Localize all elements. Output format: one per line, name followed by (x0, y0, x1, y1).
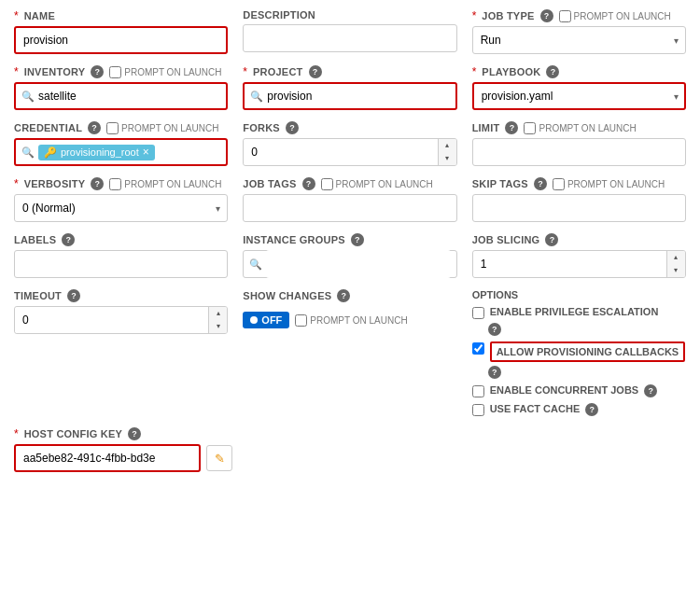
credential-label: CREDENTIAL (14, 122, 82, 133)
playbook-help-icon[interactable]: ? (546, 65, 559, 78)
job-slicing-help-icon[interactable]: ? (545, 233, 558, 246)
verbosity-prompt-checkbox[interactable] (109, 178, 121, 190)
job-slicing-up-button[interactable]: ▴ (667, 251, 685, 264)
job-slicing-down-button[interactable]: ▾ (667, 264, 685, 277)
inventory-input[interactable] (38, 84, 220, 108)
show-changes-label: SHOW CHANGES (243, 290, 331, 301)
playbook-select-wrapper: provision.yaml ▾ (472, 82, 686, 110)
description-label-row: DESCRIPTION (243, 9, 456, 21)
use-fact-cache-label: USE FACT CACHE (490, 403, 581, 414)
host-config-key-label-row: * HOST CONFIG KEY ? (14, 427, 686, 440)
allow-provisioning-callbacks-label: ALLOW PROVISIONING CALLBACKS (497, 346, 679, 357)
instance-groups-label: INSTANCE GROUPS (243, 234, 344, 245)
credential-help-icon[interactable]: ? (88, 121, 101, 134)
limit-field-group: LIMIT ? PROMPT ON LAUNCH (472, 121, 686, 166)
description-field-group: DESCRIPTION (243, 9, 456, 54)
show-changes-prompt-checkbox[interactable] (295, 314, 307, 327)
job-type-select[interactable]: Run Check (472, 26, 686, 54)
skip-tags-help-icon[interactable]: ? (534, 177, 547, 190)
limit-prompt-checkbox[interactable] (524, 122, 536, 134)
fact-cache-help-icon[interactable]: ? (585, 403, 598, 416)
project-help-icon[interactable]: ? (309, 65, 322, 78)
credential-prompt-checkbox[interactable] (106, 122, 119, 134)
allow-provisioning-callbacks-checkbox[interactable] (472, 342, 484, 355)
host-config-key-input[interactable] (14, 444, 201, 472)
name-input[interactable] (14, 26, 228, 54)
timeout-help-icon[interactable]: ? (67, 289, 80, 302)
credential-tag-value: provisioning_root (61, 146, 139, 158)
playbook-select[interactable]: provision.yaml (472, 82, 686, 110)
job-type-label-row: * JOB TYPE ? PROMPT ON LAUNCH (472, 9, 686, 22)
instance-groups-input[interactable] (266, 250, 450, 278)
show-changes-help-icon[interactable]: ? (337, 289, 350, 302)
job-slicing-input[interactable] (473, 251, 666, 277)
labels-input[interactable] (14, 250, 228, 278)
enable-concurrent-jobs-checkbox[interactable] (472, 385, 484, 397)
timeout-up-button[interactable]: ▴ (209, 307, 227, 320)
privilege-escalation-help-icon[interactable]: ? (488, 323, 501, 336)
description-input[interactable] (243, 24, 456, 52)
limit-label: LIMIT (472, 122, 500, 133)
timeout-down-button[interactable]: ▾ (209, 320, 227, 333)
playbook-label: PLAYBOOK (482, 66, 540, 77)
credential-prompt-label: PROMPT ON LAUNCH (106, 122, 218, 134)
show-changes-toggle-wrap: OFF PROMPT ON LAUNCH (243, 306, 456, 334)
instance-groups-search-wrap: 🔍 (243, 250, 456, 278)
verbosity-help-icon[interactable]: ? (91, 177, 104, 190)
forks-up-button[interactable]: ▴ (439, 139, 456, 152)
project-input[interactable] (267, 84, 449, 108)
enable-privilege-escalation-checkbox[interactable] (472, 307, 484, 319)
limit-input[interactable] (472, 138, 686, 166)
job-type-help-icon[interactable]: ? (540, 9, 553, 22)
forks-input[interactable] (244, 139, 437, 165)
timeout-label-row: TIMEOUT ? (14, 289, 228, 302)
skip-tags-prompt-label: PROMPT ON LAUNCH (553, 178, 665, 190)
job-slicing-label-row: JOB SLICING ? (472, 233, 686, 246)
host-config-key-help-icon[interactable]: ? (128, 427, 141, 440)
use-fact-cache-checkbox[interactable] (472, 404, 484, 416)
forks-label-row: FORKS ? (243, 121, 456, 134)
playbook-label-row: * PLAYBOOK ? (472, 65, 686, 78)
timeout-spinner: ▴ ▾ (208, 307, 227, 333)
job-tags-label-row: JOB TAGS ? PROMPT ON LAUNCH (243, 177, 456, 190)
timeout-input[interactable] (15, 307, 208, 333)
inventory-label-row: * INVENTORY ? PROMPT ON LAUNCH (14, 65, 228, 78)
instance-groups-help-icon[interactable]: ? (351, 233, 364, 246)
verbosity-select-wrapper: 0 (Normal) 1 (Verbose) 2 (More Verbose) … (14, 194, 228, 222)
skip-tags-prompt-checkbox[interactable] (553, 178, 565, 190)
verbosity-select[interactable]: 0 (Normal) 1 (Verbose) 2 (More Verbose) … (14, 194, 228, 222)
labels-label-row: LABELS ? (14, 233, 228, 246)
option-privilege-escalation-row: ENABLE PRIVILEGE ESCALATION (472, 306, 686, 319)
forks-down-button[interactable]: ▾ (439, 152, 456, 165)
inventory-search-wrap: 🔍 (14, 82, 228, 110)
credential-tag-remove[interactable]: × (143, 146, 149, 158)
option-concurrent-jobs-row: ENABLE CONCURRENT JOBS ? (472, 384, 686, 397)
inventory-prompt-checkbox[interactable] (109, 66, 121, 78)
limit-prompt-label: PROMPT ON LAUNCH (524, 122, 636, 134)
project-search-icon: 🔍 (250, 91, 263, 103)
job-tags-input[interactable] (243, 194, 456, 222)
project-label-row: * PROJECT ? (243, 65, 456, 78)
limit-label-row: LIMIT ? PROMPT ON LAUNCH (472, 121, 686, 134)
show-changes-toggle-button[interactable]: OFF (243, 312, 289, 328)
labels-label: LABELS (14, 234, 56, 245)
concurrent-jobs-help-icon[interactable]: ? (644, 384, 657, 397)
labels-help-icon[interactable]: ? (62, 233, 75, 246)
job-tags-prompt-label: PROMPT ON LAUNCH (321, 178, 433, 190)
verbosity-label: VERBOSITY (24, 178, 86, 189)
job-type-prompt-checkbox[interactable] (559, 10, 571, 22)
labels-field-group: LABELS ? (14, 233, 228, 278)
forks-help-icon[interactable]: ? (286, 121, 299, 134)
name-label-row: * NAME (14, 9, 228, 22)
job-tags-help-icon[interactable]: ? (302, 177, 315, 190)
credential-tag: 🔑 provisioning_root × (38, 145, 155, 160)
skip-tags-label-row: SKIP TAGS ? PROMPT ON LAUNCH (472, 177, 686, 190)
host-config-key-edit-button[interactable]: ✎ (206, 445, 232, 471)
inventory-label: INVENTORY (24, 66, 86, 77)
skip-tags-input[interactable] (472, 194, 686, 222)
provisioning-callbacks-help-icon[interactable]: ? (488, 366, 501, 379)
inventory-help-icon[interactable]: ? (91, 65, 104, 78)
limit-help-icon[interactable]: ? (505, 121, 518, 134)
options-section: ENABLE PRIVILEGE ESCALATION ? ALLOW PROV… (472, 306, 686, 416)
job-tags-prompt-checkbox[interactable] (321, 178, 333, 190)
